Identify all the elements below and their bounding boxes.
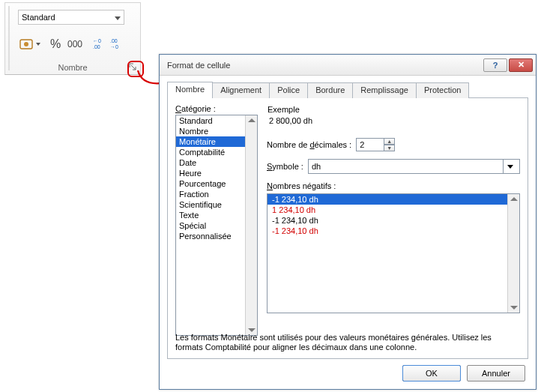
svg-point-1	[24, 42, 28, 46]
chevron-down-icon	[115, 13, 121, 22]
negative-format-item[interactable]: -1 234,10 dh	[268, 215, 519, 226]
svg-text:.00: .00	[93, 44, 100, 49]
svg-text:→0: →0	[110, 44, 118, 49]
spinner-up-button[interactable]: ▲	[384, 138, 395, 145]
symbol-label: Symbole :	[267, 162, 303, 171]
negative-format-item[interactable]: -1 234,10 dh	[268, 194, 519, 205]
decimals-label: Nombre de décimales :	[267, 140, 351, 149]
percent-style-button[interactable]: %	[47, 36, 64, 52]
format-options-area: Exemple 2 800,00 dh Nombre de décimales …	[267, 104, 520, 313]
number-format-dropdown[interactable]: Standard	[18, 10, 124, 25]
ribbon-group-label: Nombre	[5, 63, 140, 72]
example-label: Exemple	[268, 105, 519, 114]
tab-nombre[interactable]: Nombre	[167, 82, 213, 98]
scrollbar[interactable]	[245, 115, 257, 335]
negative-format-item[interactable]: -1 234,10 dh	[268, 226, 519, 236]
decimals-spinner[interactable]: ▲ ▼	[356, 138, 395, 151]
tab-protection[interactable]: Protection	[416, 82, 470, 98]
negatives-listbox[interactable]: -1 234,10 dh1 234,10 dh-1 234,10 dh-1 23…	[267, 193, 520, 313]
svg-text:.00: .00	[110, 38, 118, 43]
negative-format-item[interactable]: 1 234,10 dh	[268, 205, 519, 215]
ok-button[interactable]: OK	[402, 365, 461, 382]
example-value: 2 800,00 dh	[268, 114, 519, 125]
format-cells-dialog: Format de cellule ? ✕ NombreAlignementPo…	[159, 54, 537, 390]
tab-alignement[interactable]: Alignement	[212, 82, 270, 98]
cancel-button[interactable]: Annuler	[467, 365, 525, 382]
tab-remplissage[interactable]: Remplissage	[352, 82, 417, 98]
close-button[interactable]: ✕	[509, 58, 533, 72]
chevron-down-icon	[503, 160, 516, 173]
ribbon-number-group: Standard % 000 ←0 .00 .00 →0 Nombre	[4, 2, 141, 75]
tab-police[interactable]: Police	[269, 82, 308, 98]
decimals-input[interactable]	[356, 138, 384, 151]
increase-decimal-button[interactable]: ←0 .00	[92, 36, 107, 52]
decrease-decimal-button[interactable]: .00 →0	[109, 36, 124, 52]
tab-strip: NombreAlignementPoliceBordureRemplissage…	[167, 82, 528, 98]
comma-style-button[interactable]: 000	[67, 36, 83, 52]
example-group: Exemple 2 800,00 dh	[267, 104, 520, 130]
category-label: Catégorie :	[175, 104, 216, 113]
help-button[interactable]: ?	[483, 58, 507, 72]
scrollbar[interactable]	[507, 194, 519, 313]
tab-bordure[interactable]: Bordure	[307, 82, 353, 98]
symbol-value: dh	[312, 162, 321, 171]
svg-text:←0: ←0	[93, 38, 101, 43]
dialog-body: NombreAlignementPoliceBordureRemplissage…	[160, 76, 536, 389]
spinner-down-button[interactable]: ▼	[384, 145, 395, 151]
dialog-launcher-button[interactable]	[127, 61, 138, 72]
negatives-label: Nombres négatifs :	[267, 181, 520, 190]
ribbon-separator	[8, 6, 10, 70]
dialog-titlebar: Format de cellule ? ✕	[160, 55, 536, 76]
dialog-title: Format de cellule	[167, 61, 230, 70]
number-format-value: Standard	[22, 13, 55, 22]
dialog-footer: OK Annuler	[402, 365, 525, 382]
format-hint-text: Les formats Monétaire sont utilisés pour…	[175, 333, 520, 352]
tab-panel-number: Catégorie : StandardNombreMonétaireCompt…	[167, 98, 528, 359]
accounting-format-button[interactable]	[18, 36, 43, 52]
category-listbox[interactable]: StandardNombreMonétaireComptabilitéDateH…	[175, 115, 258, 336]
symbol-dropdown[interactable]: dh	[308, 159, 520, 174]
